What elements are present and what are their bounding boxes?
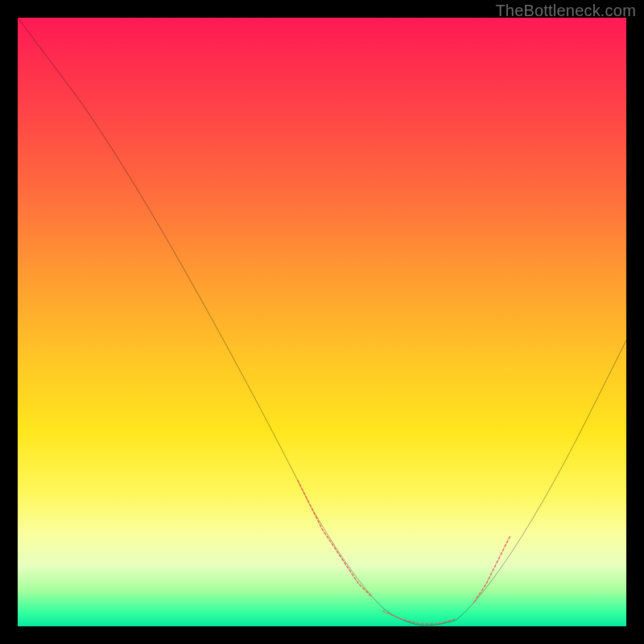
bottleneck-curve	[18, 18, 626, 625]
highlight-dashes-bottom	[383, 611, 456, 624]
highlight-dashes-left	[298, 481, 371, 597]
curve-svg	[18, 18, 626, 626]
watermark-text: TheBottleneck.com	[495, 2, 636, 20]
highlight-dashes-right	[474, 535, 510, 602]
outer-frame: TheBottleneck.com	[0, 0, 644, 644]
plot-area	[18, 18, 626, 626]
